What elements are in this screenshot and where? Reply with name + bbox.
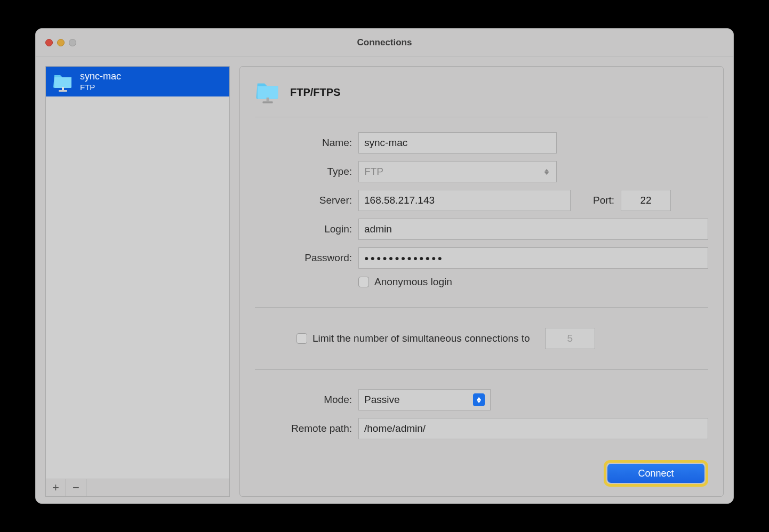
name-row: Name: sync-mac [255, 132, 708, 154]
login-field[interactable]: admin [358, 219, 708, 240]
connect-button[interactable]: Connect [607, 464, 704, 483]
login-row: Login: admin [255, 219, 708, 240]
connection-item-protocol: FTP [80, 83, 121, 92]
remove-connection-button[interactable]: − [66, 479, 86, 496]
limit-checkbox[interactable] [297, 333, 307, 344]
password-field[interactable]: ●●●●●●●●●●●●● [358, 247, 708, 269]
traffic-lights [45, 39, 76, 46]
add-connection-button[interactable]: + [46, 479, 66, 496]
panel-header: FTP/FTPS [255, 78, 708, 117]
sidebar-toolbar: + − [45, 479, 230, 497]
svg-rect-0 [62, 87, 64, 90]
toolbar-spacer [86, 479, 229, 496]
window-body: sync-mac FTP + − [36, 57, 733, 503]
footer: Connect [255, 453, 708, 487]
minimize-window-button[interactable] [57, 39, 65, 46]
svg-rect-3 [262, 101, 273, 103]
svg-rect-2 [267, 98, 269, 101]
type-row: Type: FTP [255, 161, 708, 182]
connection-item-name: sync-mac [80, 71, 121, 83]
remote-path-label: Remote path: [255, 423, 352, 434]
server-label: Server: [255, 195, 352, 206]
anonymous-row: Anonymous login [358, 276, 708, 288]
port-label: Port: [593, 195, 614, 206]
limit-label: Limit the number of simultaneous connect… [313, 333, 530, 344]
password-row: Password: ●●●●●●●●●●●●● [255, 247, 708, 269]
connect-highlight: Connect [604, 460, 708, 487]
anonymous-label: Anonymous login [374, 276, 452, 288]
server-field[interactable]: 168.58.217.143 [358, 190, 571, 211]
sidebar: sync-mac FTP + − [45, 66, 230, 497]
limit-field[interactable]: 5 [545, 328, 595, 349]
mode-label: Mode: [255, 394, 352, 406]
remote-path-field[interactable]: /home/admin/ [358, 418, 708, 439]
connection-form: Name: sync-mac Type: FTP Server: 168.58.… [255, 117, 708, 439]
separator [255, 307, 708, 308]
anonymous-checkbox[interactable] [358, 277, 369, 287]
port-field[interactable]: 22 [621, 190, 671, 211]
connection-item-text: sync-mac FTP [80, 71, 121, 92]
chevron-updown-icon [542, 166, 551, 177]
maximize-window-button [69, 39, 76, 46]
network-folder-icon [255, 78, 281, 106]
connections-window: Connections sync-mac FTP [35, 28, 734, 504]
server-row: Server: 168.58.217.143 Port: 22 [255, 190, 708, 211]
mode-select[interactable]: Passive [358, 389, 491, 410]
separator [255, 369, 708, 370]
limit-row: Limit the number of simultaneous connect… [297, 315, 708, 362]
remote-path-row: Remote path: /home/admin/ [255, 418, 708, 439]
mode-row: Mode: Passive [255, 389, 708, 410]
connection-item-sync-mac[interactable]: sync-mac FTP [46, 67, 229, 96]
main-panel: FTP/FTPS Name: sync-mac Type: FTP [239, 66, 724, 497]
chevron-updown-icon [473, 393, 485, 406]
login-label: Login: [255, 223, 352, 235]
window-title: Connections [36, 37, 733, 48]
type-label: Type: [255, 166, 352, 178]
password-label: Password: [255, 252, 352, 264]
name-field[interactable]: sync-mac [358, 132, 557, 154]
connection-list[interactable]: sync-mac FTP [45, 66, 230, 479]
type-value: FTP [364, 166, 383, 178]
close-window-button[interactable] [45, 39, 53, 46]
svg-rect-1 [59, 90, 67, 92]
type-select[interactable]: FTP [358, 161, 557, 182]
network-folder-icon [52, 71, 74, 92]
password-value: ●●●●●●●●●●●●● [364, 254, 444, 262]
name-label: Name: [255, 137, 352, 149]
titlebar: Connections [36, 29, 733, 57]
mode-value: Passive [364, 394, 400, 406]
panel-title: FTP/FTPS [290, 86, 340, 99]
